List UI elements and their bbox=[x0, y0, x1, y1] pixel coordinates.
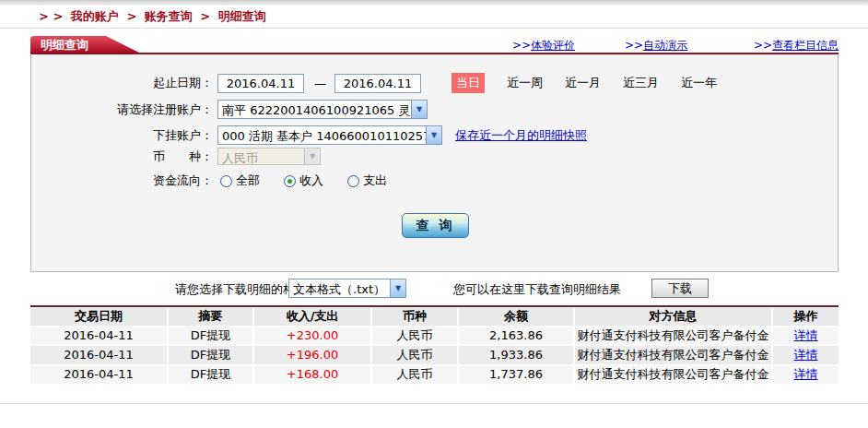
breadcrumb: > > 我的账户 > 账务查询 > 明细查询 bbox=[39, 8, 270, 25]
cell-date: 2016-04-11 bbox=[30, 364, 168, 384]
link-label: 自动演示 bbox=[643, 39, 687, 52]
cell-currency: 人民币 bbox=[371, 345, 458, 364]
table-row: 2016-04-11 DF提现 +168.00 人民币 1,737.86 财付通… bbox=[30, 364, 839, 384]
cell-currency: 人民币 bbox=[371, 364, 458, 384]
cell-balance: 1,737.86 bbox=[458, 364, 574, 384]
table-row: 2016-04-11 DF提现 +230.00 人民币 2,163.86 财付通… bbox=[30, 326, 839, 345]
cell-summary: DF提现 bbox=[168, 364, 253, 384]
registered-account-value: 南平 6222001406100921065 灵通卡 bbox=[218, 101, 411, 118]
transaction-table: 交易日期 摘要 收入/支出 币种 余额 对方信息 操作 2016-04-11 D… bbox=[30, 308, 839, 384]
radio-expense-label[interactable]: 支出 bbox=[363, 172, 387, 189]
bottom-divider bbox=[0, 403, 868, 404]
date-range-row: 起止日期： — 当日 近一周 近一月 近三月 近一年 bbox=[31, 73, 838, 93]
cell-summary: DF提现 bbox=[168, 326, 253, 345]
currency-value: 人民币 bbox=[218, 149, 304, 164]
cell-counterparty: 财付通支付科技有限公司客户备付金 bbox=[574, 345, 772, 364]
query-button[interactable]: 查 询 bbox=[402, 213, 469, 238]
flow-direction-label: 资金流向： bbox=[31, 172, 213, 189]
table-top-rule bbox=[30, 305, 839, 307]
link-prefix: >> bbox=[625, 39, 643, 52]
col-header-date: 交易日期 bbox=[30, 308, 168, 326]
download-format-value: 文本格式（.txt） bbox=[289, 279, 390, 297]
breadcrumb-item-detail-query[interactable]: 明细查询 bbox=[218, 9, 266, 23]
detail-link[interactable]: 详情 bbox=[794, 348, 818, 362]
sub-account-select[interactable]: 000 活期 基本户 1406600101102571848 ▼ bbox=[217, 125, 442, 145]
link-experience-rating[interactable]: >>体验评价 bbox=[512, 38, 575, 54]
breadcrumb-divider bbox=[0, 28, 868, 29]
chevron-down-icon[interactable]: ▼ bbox=[411, 101, 427, 118]
radio-expense[interactable] bbox=[347, 175, 359, 187]
registered-account-row: 请选择注册账户： 南平 6222001406100921065 灵通卡 ▼ bbox=[31, 100, 838, 119]
sub-account-label: 下挂账户： bbox=[31, 127, 213, 144]
top-strip bbox=[0, 0, 868, 6]
detail-link[interactable]: 详情 bbox=[794, 367, 818, 381]
cell-counterparty: 财付通支付科技有限公司客户备付金 bbox=[574, 326, 772, 345]
cell-date: 2016-04-11 bbox=[30, 345, 168, 364]
date-from-input[interactable] bbox=[217, 74, 304, 93]
date-range-label: 起止日期： bbox=[31, 75, 213, 91]
link-label: 查看栏目信息 bbox=[772, 39, 839, 52]
breadcrumb-arrows-icon: > > bbox=[39, 9, 63, 23]
save-snapshot-link[interactable]: 保存近一个月的明细快照 bbox=[455, 127, 587, 144]
quick-range-quarter-button[interactable]: 近三月 bbox=[623, 75, 659, 91]
sub-account-row: 下挂账户： 000 活期 基本户 1406600101102571848 ▼ 保… bbox=[31, 125, 838, 145]
download-button[interactable]: 下载 bbox=[651, 279, 709, 298]
chevron-down-icon[interactable]: ▼ bbox=[390, 279, 405, 297]
col-header-balance: 余额 bbox=[458, 308, 574, 326]
cell-counterparty: 财付通支付科技有限公司客户备付金 bbox=[574, 364, 772, 384]
breadcrumb-separator: > bbox=[200, 9, 210, 23]
currency-select-disabled: 人民币 ▼ bbox=[217, 148, 321, 165]
breadcrumb-separator: > bbox=[126, 9, 136, 23]
download-hint: 您可以在这里下载查询明细结果 bbox=[453, 281, 621, 298]
registered-account-label: 请选择注册账户： bbox=[31, 101, 213, 118]
quick-range-today-button[interactable]: 当日 bbox=[452, 73, 485, 93]
detail-link[interactable]: 详情 bbox=[794, 328, 818, 342]
cell-summary: DF提现 bbox=[168, 345, 253, 364]
quick-range-year-button[interactable]: 近一年 bbox=[681, 75, 717, 91]
currency-row: 币 种： 人民币 ▼ bbox=[31, 148, 838, 165]
radio-all-label[interactable]: 全部 bbox=[236, 172, 260, 189]
table-row: 2016-04-11 DF提现 +196.00 人民币 1,933.86 财付通… bbox=[30, 345, 839, 364]
sub-account-value: 000 活期 基本户 1406600101102571848 bbox=[218, 126, 426, 144]
download-format-label: 请您选择下载明细的格式 bbox=[175, 281, 307, 298]
link-auto-demo[interactable]: >>自动演示 bbox=[625, 38, 687, 54]
registered-account-select[interactable]: 南平 6222001406100921065 灵通卡 ▼ bbox=[217, 100, 428, 119]
breadcrumb-item-account-query[interactable]: 账务查询 bbox=[145, 9, 193, 23]
link-label: 体验评价 bbox=[531, 39, 575, 52]
cell-balance: 2,163.86 bbox=[458, 326, 574, 345]
flow-direction-row: 资金流向： 全部 收入 支出 bbox=[31, 172, 838, 189]
col-header-counterparty: 对方信息 bbox=[574, 308, 772, 326]
quick-range-month-button[interactable]: 近一月 bbox=[565, 75, 601, 91]
link-prefix: >> bbox=[754, 39, 772, 52]
cell-amount: +168.00 bbox=[253, 364, 371, 384]
col-header-action: 操作 bbox=[772, 308, 839, 326]
date-to-input[interactable] bbox=[334, 74, 421, 93]
table-header-row: 交易日期 摘要 收入/支出 币种 余额 对方信息 操作 bbox=[30, 308, 839, 326]
flow-radio-group: 全部 收入 支出 bbox=[220, 172, 411, 189]
cell-date: 2016-04-11 bbox=[30, 326, 168, 345]
download-format-select[interactable]: 文本格式（.txt） ▼ bbox=[288, 279, 406, 298]
col-header-currency: 币种 bbox=[371, 308, 458, 326]
chevron-down-icon[interactable]: ▼ bbox=[426, 126, 441, 144]
cell-balance: 1,933.86 bbox=[458, 345, 574, 364]
cell-amount: +196.00 bbox=[253, 345, 371, 364]
quick-range-week-button[interactable]: 近一周 bbox=[507, 75, 543, 91]
tab-detail-query[interactable]: 明细查询 bbox=[30, 36, 141, 54]
radio-income-selected[interactable] bbox=[284, 175, 296, 187]
breadcrumb-item-my-account[interactable]: 我的账户 bbox=[71, 9, 119, 23]
link-prefix: >> bbox=[512, 39, 531, 52]
radio-all[interactable] bbox=[220, 175, 232, 187]
col-header-amount: 收入/支出 bbox=[253, 308, 371, 326]
cell-amount: +230.00 bbox=[253, 326, 371, 345]
link-view-column-info[interactable]: >>查看栏目信息 bbox=[754, 38, 839, 54]
chevron-down-icon: ▼ bbox=[304, 149, 320, 164]
download-row: 请您选择下载明细的格式 文本格式（.txt） ▼ 您可以在这里下载查询明细结果 … bbox=[0, 279, 868, 299]
query-form-panel: 起止日期： — 当日 近一周 近一月 近三月 近一年 请选择注册账户： 南平 6… bbox=[30, 54, 839, 272]
date-separator: — bbox=[314, 77, 326, 90]
col-header-summary: 摘要 bbox=[168, 308, 253, 326]
cell-currency: 人民币 bbox=[371, 326, 458, 345]
currency-label: 币 种： bbox=[31, 149, 213, 165]
radio-income-label[interactable]: 收入 bbox=[299, 172, 323, 189]
